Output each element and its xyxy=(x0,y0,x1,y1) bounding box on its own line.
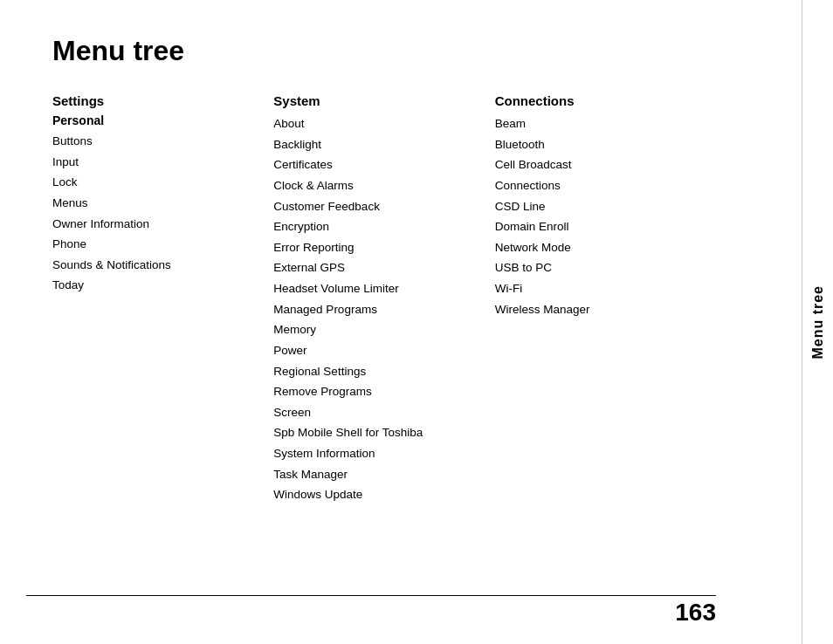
connections-items-list: BeamBluetoothCell BroadcastConnectionsCS… xyxy=(495,113,699,319)
system-item: Windows Update xyxy=(273,484,477,505)
system-items-list: AboutBacklightCertificatesClock & Alarms… xyxy=(273,113,477,505)
personal-item: Today xyxy=(52,275,256,296)
connections-item: Connections xyxy=(495,175,699,196)
page-number: 163 xyxy=(675,599,716,627)
connections-heading: Connections xyxy=(495,93,699,108)
connections-item: CSD Line xyxy=(495,196,699,217)
system-item: About xyxy=(273,113,477,134)
system-item: Encryption xyxy=(273,216,477,237)
connections-item: Domain Enroll xyxy=(495,216,699,237)
connections-item: Network Mode xyxy=(495,237,699,258)
personal-heading: Personal xyxy=(52,113,256,127)
personal-item: Input xyxy=(52,152,256,173)
personal-item: Buttons xyxy=(52,131,256,152)
connections-item: Wireless Manager xyxy=(495,299,699,320)
system-item: Remove Programs xyxy=(273,381,477,402)
system-item: Screen xyxy=(273,402,477,423)
personal-items-list: ButtonsInputLockMenusOwner InformationPh… xyxy=(52,131,256,296)
system-item: Power xyxy=(273,340,477,361)
personal-item: Owner Information xyxy=(52,214,256,235)
system-heading: System xyxy=(273,93,477,108)
connections-item: Bluetooth xyxy=(495,134,699,155)
connections-item: USB to PC xyxy=(495,257,699,278)
settings-column: Settings Personal ButtonsInputLockMenusO… xyxy=(52,93,273,505)
system-item: Spb Mobile Shell for Toshiba xyxy=(273,422,477,443)
system-item: Managed Programs xyxy=(273,299,477,320)
system-item: System Information xyxy=(273,443,477,464)
system-item: Memory xyxy=(273,319,477,340)
connections-column: Connections BeamBluetoothCell BroadcastC… xyxy=(495,93,716,505)
content-area: Settings Personal ButtonsInputLockMenusO… xyxy=(52,93,716,505)
side-tab: Menu tree xyxy=(802,0,833,644)
bottom-divider xyxy=(26,595,716,596)
personal-item: Sounds & Notifications xyxy=(52,255,256,276)
system-item: Clock & Alarms xyxy=(273,175,477,196)
settings-heading: Settings xyxy=(52,93,256,108)
connections-item: Beam xyxy=(495,113,699,134)
connections-item: Wi-Fi xyxy=(495,278,699,299)
system-item: Headset Volume Limiter xyxy=(273,278,477,299)
system-item: Error Reporting xyxy=(273,237,477,258)
personal-item: Menus xyxy=(52,193,256,214)
side-tab-label: Menu tree xyxy=(810,285,826,360)
system-item: Customer Feedback xyxy=(273,196,477,217)
personal-item: Phone xyxy=(52,234,256,255)
system-item: External GPS xyxy=(273,257,477,278)
system-item: Regional Settings xyxy=(273,361,477,382)
system-item: Certificates xyxy=(273,154,477,175)
page-container: Menu tree Settings Personal ButtonsInput… xyxy=(0,0,760,644)
personal-item: Lock xyxy=(52,172,256,193)
page-title: Menu tree xyxy=(52,35,716,67)
system-item: Backlight xyxy=(273,134,477,155)
system-column: System AboutBacklightCertificatesClock &… xyxy=(273,93,494,505)
system-item: Task Manager xyxy=(273,464,477,485)
connections-item: Cell Broadcast xyxy=(495,154,699,175)
